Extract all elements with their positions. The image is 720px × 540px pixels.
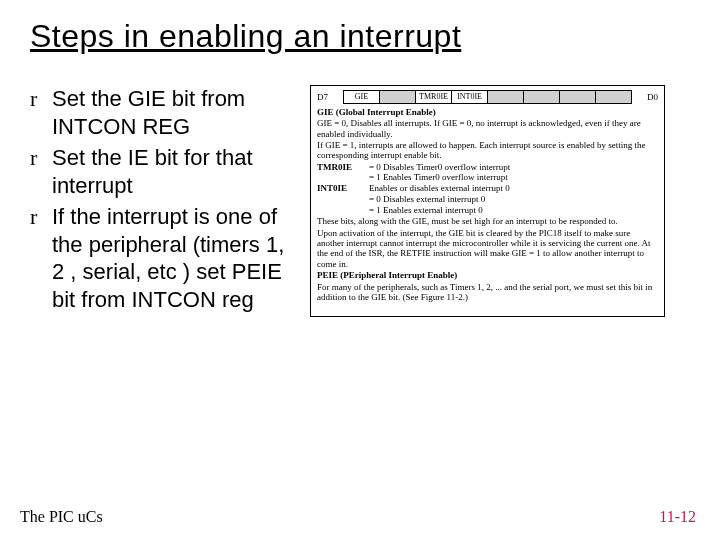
gie-heading: GIE (Global Interrupt Enable) bbox=[317, 107, 658, 117]
field-value: = 1 Enables external interrupt 0 bbox=[317, 205, 658, 215]
register-boxes: GIE TMR0IE INT0IE bbox=[343, 90, 632, 104]
field-label: INT0IE bbox=[317, 183, 369, 193]
bullet-list: Set the GIE bit from INTCON REG Set the … bbox=[30, 85, 300, 317]
list-item: If the interrupt is one of the periphera… bbox=[30, 203, 300, 313]
field-value: = 0 Disables external interrupt 0 bbox=[317, 194, 658, 204]
slide-title: Steps in enabling an interrupt bbox=[30, 18, 690, 55]
reg-cell: TMR0IE bbox=[416, 91, 452, 103]
slide-footer: The PIC uCs 11-12 bbox=[20, 508, 696, 526]
note-line: These bits, along with the GIE, must be … bbox=[317, 216, 658, 226]
reg-cell: INT0IE bbox=[452, 91, 488, 103]
register-row: D7 GIE TMR0IE INT0IE D0 bbox=[317, 90, 658, 104]
list-item: Set the IE bit for that interrupt bbox=[30, 144, 300, 199]
reg-cell: GIE bbox=[344, 91, 380, 103]
field-value: = 1 Enables Timer0 overflow interrupt bbox=[317, 172, 658, 182]
bit-label-d0: D0 bbox=[632, 90, 658, 104]
reg-cell bbox=[488, 91, 524, 103]
field-label: TMR0IE bbox=[317, 162, 369, 172]
reg-cell bbox=[560, 91, 596, 103]
page-number: 11-12 bbox=[659, 508, 696, 526]
reg-cell bbox=[596, 91, 631, 103]
gie-line: GIE = 0, Disables all interrupts. If GIE… bbox=[317, 118, 658, 139]
footer-left: The PIC uCs bbox=[20, 508, 103, 526]
register-description: GIE (Global Interrupt Enable) GIE = 0, D… bbox=[317, 107, 658, 302]
register-diagram: D7 GIE TMR0IE INT0IE D0 GIE (Global Inte… bbox=[310, 85, 665, 317]
reg-cell bbox=[380, 91, 416, 103]
int-row: INT0IE Enables or disables external inte… bbox=[317, 183, 658, 193]
field-value: = 0 Disables Timer0 overflow interrupt bbox=[369, 162, 658, 172]
field-value: Enables or disables external interrupt 0 bbox=[369, 183, 658, 193]
peie-line: For many of the peripherals, such as Tim… bbox=[317, 282, 658, 303]
bit-label-d7: D7 bbox=[317, 90, 343, 104]
list-item: Set the GIE bit from INTCON REG bbox=[30, 85, 300, 140]
tmr-row: TMR0IE = 0 Disables Timer0 overflow inte… bbox=[317, 162, 658, 172]
peie-heading: PEIE (PEripheral Interrupt Enable) bbox=[317, 270, 658, 280]
reg-cell bbox=[524, 91, 560, 103]
content-row: Set the GIE bit from INTCON REG Set the … bbox=[30, 85, 690, 317]
note-line: Upon activation of the interrupt, the GI… bbox=[317, 228, 658, 269]
gie-line: If GIE = 1, interrupts are allowed to ha… bbox=[317, 140, 658, 161]
